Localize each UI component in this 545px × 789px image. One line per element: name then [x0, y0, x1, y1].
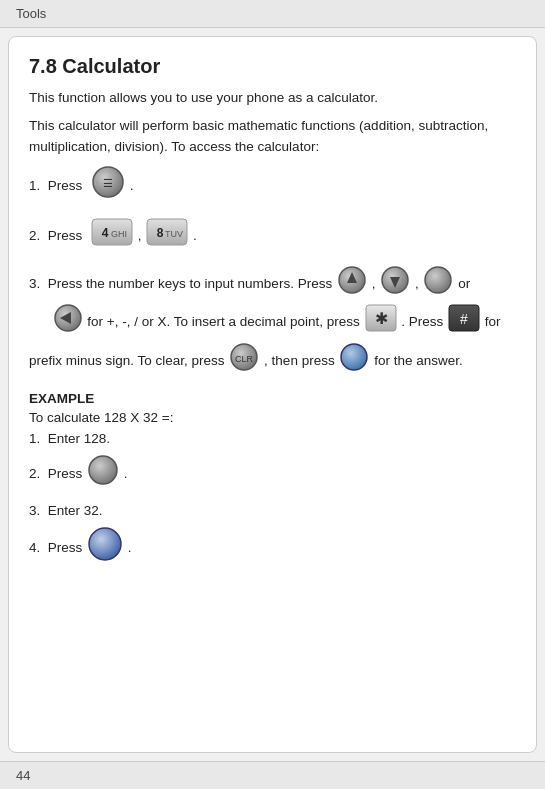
ex-ok-key-icon	[87, 526, 123, 571]
step-3-comma2: ,	[415, 276, 419, 291]
svg-text:8: 8	[157, 226, 164, 240]
ex-step-3-text: 3. Enter 32.	[29, 503, 103, 518]
ex-step-3: 3. Enter 32.	[29, 503, 516, 518]
nav-down-icon	[380, 265, 410, 304]
page-number: 44	[16, 768, 30, 783]
menu-key-icon: ☰	[91, 165, 125, 208]
intro-text-2: This calculator will perform basic mathe…	[29, 116, 516, 157]
8-key-icon: 8 TUV	[146, 218, 188, 255]
top-bar: Tools	[0, 0, 545, 28]
page-container: 7.8 Calculator This function allows you …	[8, 36, 537, 753]
page-title: 7.8 Calculator	[29, 55, 516, 78]
svg-point-12	[425, 267, 451, 293]
svg-point-22	[89, 456, 117, 484]
step-3-text6: , then press	[264, 353, 338, 368]
svg-point-23	[89, 528, 121, 560]
ex-step-1-text: 1. Enter 128.	[29, 431, 110, 446]
intro-text-1: This function allows you to use your pho…	[29, 88, 516, 108]
step-3-comma1: ,	[372, 276, 376, 291]
hash-key-icon: #	[448, 304, 480, 341]
step-1-num: 1. Press	[29, 178, 82, 193]
svg-text:#: #	[460, 311, 468, 327]
step-3-text7: for the answer.	[374, 353, 463, 368]
ex-step-4: 4. Press .	[29, 526, 516, 571]
step-3-text2: or	[458, 276, 470, 291]
nav-center-icon	[423, 265, 453, 304]
ex-step-2-text: 2. Press	[29, 466, 82, 481]
nav-left-icon	[53, 303, 83, 342]
ex-step-4-text: 4. Press	[29, 540, 82, 555]
bottom-bar: 44	[0, 761, 545, 789]
step-3-text4: . Press	[401, 314, 443, 329]
ex-step-2-suffix: .	[124, 466, 128, 481]
ex-step-2: 2. Press .	[29, 454, 516, 495]
step-2-comma: ,	[138, 228, 142, 243]
step-1: 1. Press ☰ .	[29, 165, 516, 208]
svg-point-21	[341, 344, 367, 370]
example-header: EXAMPLE	[29, 391, 516, 406]
svg-text:4: 4	[102, 226, 109, 240]
step-2-num: 2. Press	[29, 228, 82, 243]
example-subheader: To calculate 128 X 32 =:	[29, 410, 516, 425]
star-key-icon: ✱	[365, 304, 397, 341]
top-bar-label: Tools	[16, 6, 46, 21]
step-3: 3. Press the number keys to input number…	[29, 265, 516, 381]
step-3-text3: for +, -, / or X. To insert a decimal po…	[87, 314, 363, 329]
svg-text:CLR: CLR	[235, 354, 254, 364]
svg-text:✱: ✱	[374, 310, 387, 327]
ex-nav-key-icon	[87, 454, 119, 495]
ok-key-icon	[339, 342, 369, 381]
ex-step-4-suffix: .	[128, 540, 132, 555]
step-1-suffix: .	[130, 178, 134, 193]
svg-text:☰: ☰	[103, 177, 113, 189]
nav-up-icon	[337, 265, 367, 304]
step-3-text1: 3. Press the number keys to input number…	[29, 276, 336, 291]
svg-text:GHI: GHI	[111, 229, 127, 239]
clear-key-icon: CLR	[229, 342, 259, 381]
step-2: 2. Press 4 GHI ,	[29, 218, 516, 255]
4-key-icon: 4 GHI	[91, 218, 133, 255]
step-2-suffix: .	[193, 228, 197, 243]
svg-text:TUV: TUV	[165, 229, 183, 239]
ex-step-1: 1. Enter 128.	[29, 431, 516, 446]
